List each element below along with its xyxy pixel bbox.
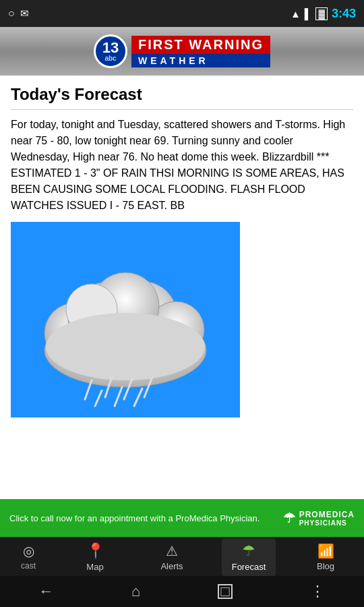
map-label: Map [86, 562, 103, 572]
nav-tab-cast[interactable]: ◎ cast [11, 539, 45, 575]
nav-tab-blog[interactable]: 📶 Blog [299, 539, 353, 575]
forecast-label: Forecast [232, 562, 266, 572]
more-button[interactable]: ⋮ [310, 583, 325, 600]
nav-tabs: ◎ cast 📍 Map ⚠ Alerts ☂ Forecast 📶 Blog [0, 537, 364, 576]
nav-tab-map[interactable]: 📍 Map [68, 538, 122, 576]
first-warning-text: FIRST WARNING [131, 36, 270, 54]
channel-sub: abc [104, 55, 116, 62]
map-icon: 📍 [86, 542, 104, 560]
blog-label: Blog [317, 561, 334, 571]
status-bar: ○ ✉ ▲ ▌ ▓ 3:43 [0, 0, 364, 27]
battery-icon: ▓ [315, 7, 327, 20]
alerts-icon: ⚠ [166, 543, 178, 559]
logo-text: FIRST WARNING WEATHER [131, 36, 270, 67]
ad-logo-promedica: PROMEDICA [299, 510, 355, 519]
forecast-text: For today, tonight and Tuesday, scattere… [11, 117, 353, 214]
header-bar: 13 abc FIRST WARNING WEATHER [0, 27, 364, 76]
system-nav-bar: ← ⌂ □ ⋮ [0, 576, 364, 607]
home-button[interactable]: ⌂ [131, 583, 140, 600]
ad-logo: ☂ PROMEDICA PHYSICIANS [283, 510, 355, 527]
signal-icon: ○ [8, 7, 15, 20]
back-button[interactable]: ← [39, 583, 54, 600]
weather-sub-text: WEATHER [131, 54, 270, 67]
nav-tab-alerts[interactable]: ⚠ Alerts [145, 539, 199, 575]
time-display: 3:43 [332, 7, 356, 21]
ad-logo-physicians: PHYSICIANS [299, 519, 347, 527]
svg-line-14 [134, 388, 142, 406]
forecast-title: Today's Forecast [11, 85, 353, 104]
alerts-label: Alerts [160, 561, 183, 571]
nav-tab-forecast[interactable]: ☂ Forecast [222, 538, 276, 576]
svg-line-13 [115, 387, 122, 406]
status-left: ○ ✉ [8, 7, 29, 20]
weather-image [11, 222, 240, 417]
main-content: Today's Forecast For today, tonight and … [0, 76, 364, 499]
logo-container: 13 abc FIRST WARNING WEATHER [94, 34, 270, 68]
forecast-icon: ☂ [242, 542, 255, 560]
umbrella-icon: ☂ [283, 510, 295, 526]
email-icon: ✉ [20, 7, 29, 20]
channel-logo: 13 abc [94, 34, 127, 68]
status-right: ▲ ▌ ▓ 3:43 [291, 7, 356, 21]
title-divider [11, 109, 353, 110]
wifi-icon: ▲ [291, 8, 301, 20]
signal-bars-icon: ▌ [305, 8, 312, 20]
weather-illustration [24, 232, 226, 407]
cast-label: cast [21, 561, 36, 571]
cast-icon: ◎ [23, 543, 34, 559]
ad-banner[interactable]: Click to call now for an appointment wit… [0, 499, 364, 537]
recent-button[interactable]: □ [218, 584, 233, 599]
svg-line-12 [95, 391, 102, 406]
blog-icon: 📶 [317, 543, 334, 559]
channel-number: 13 [102, 40, 119, 55]
svg-point-7 [46, 313, 205, 380]
ad-text: Click to call now for an appointment wit… [9, 513, 283, 523]
